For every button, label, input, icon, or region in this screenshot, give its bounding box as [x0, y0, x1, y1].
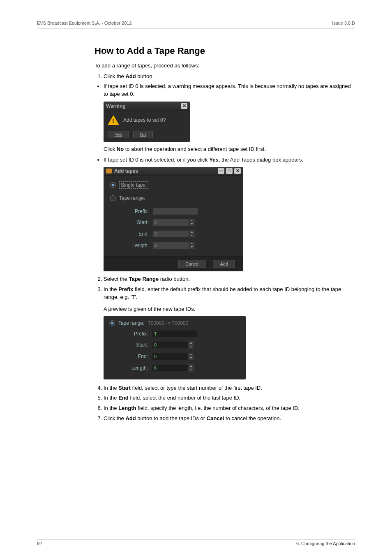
preview-radio[interactable] [109, 320, 115, 326]
preview-length-spinner[interactable]: ▲▼ [188, 364, 194, 372]
header-left: EVS Broadcast Equipment S.A. - October 2… [37, 21, 132, 25]
step5-a: In the [104, 395, 118, 401]
preview-start-field[interactable]: 0 [152, 341, 188, 349]
step-2: Select the Tape Range radio button. [104, 275, 355, 283]
preview-start-label: Start: [109, 342, 152, 348]
end-spinner[interactable]: ▲▼ [189, 230, 195, 238]
length-label: Length: [110, 243, 153, 248]
bullet-2: If tape set ID 0 is not selected, or if … [104, 156, 355, 164]
bullet2-a: If tape set ID 0 is not selected, or if … [104, 157, 209, 163]
prefix-label: Prefix: [110, 208, 153, 214]
length-spinner[interactable]: ▲▼ [189, 241, 195, 250]
start-spinner[interactable]: ▲▼ [189, 218, 195, 227]
bullet-1: If tape set ID 0 is selected, a warning … [104, 83, 355, 98]
step-4: In the Start field, select or type the s… [104, 384, 355, 392]
start-label: Start: [110, 220, 153, 225]
tape-range-radio[interactable] [110, 195, 116, 201]
step3-b: Prefix [118, 286, 133, 292]
header-right: Issue 3.0.D [332, 21, 355, 25]
step6-c: field, specify the length, i.e. the numb… [136, 405, 299, 411]
after-warn-b: No [117, 146, 124, 152]
bullet2-c: , the Add Tapes dialog box appears. [219, 157, 303, 163]
step-1: Click the Add button. [104, 73, 355, 81]
step1-text-a: Click the [104, 73, 125, 79]
step6-a: In the [104, 405, 118, 411]
after-warn-a: Click [104, 146, 117, 152]
step7-a: Click the [104, 415, 125, 421]
preview-panel: Tape range: T00000 -> T00000 Prefix: T S… [104, 316, 246, 379]
intro-text: To add a range of tapes, proceed as foll… [95, 62, 355, 69]
add-tapes-title: Add tapes [114, 168, 138, 174]
start-field[interactable]: 0 [153, 219, 189, 226]
add-button[interactable]: Add [213, 260, 235, 268]
end-field[interactable]: 0 [153, 230, 189, 238]
preview-prefix-label: Prefix: [109, 331, 152, 337]
tape-range-label: Tape range: [119, 195, 145, 201]
step4-a: In the [104, 385, 118, 391]
step7-d: Cancel [207, 415, 224, 421]
preview-end-label: End: [109, 354, 152, 359]
prefix-field[interactable] [153, 208, 198, 215]
close-icon[interactable]: ✕ [234, 168, 241, 174]
step2-b: Tape Range [129, 276, 159, 282]
cancel-button[interactable]: Cancel [178, 260, 206, 268]
warning-title: Warning [106, 103, 126, 109]
step4-b: Start [118, 385, 131, 391]
single-tape-radio[interactable] [110, 182, 116, 188]
step2-c: radio button. [159, 276, 190, 282]
no-button[interactable]: No [133, 131, 153, 138]
step7-b: Add [125, 415, 136, 421]
step-5: In the End field, select the end number … [104, 394, 355, 402]
preview-range-label: Tape range: [118, 320, 144, 326]
dialog-icon [106, 169, 112, 173]
step1-text-c: button. [136, 73, 154, 79]
warning-icon [108, 115, 119, 125]
single-tape-label: Single tape: [119, 181, 148, 189]
step-6: In the Length field, specify the length,… [104, 405, 355, 412]
yes-button[interactable]: Yes [108, 131, 129, 138]
step7-e: to cancel the operation. [224, 415, 281, 421]
add-tapes-dialog: Add tapes — □ ✕ Single tape: Tape range: [104, 167, 243, 271]
step3-a: In the [104, 286, 118, 292]
page-header: EVS Broadcast Equipment S.A. - October 2… [37, 21, 355, 28]
maximize-icon[interactable]: □ [226, 168, 233, 174]
after-warn-text: Click No to abort the operation and sele… [104, 146, 355, 153]
preview-range-value: T00000 -> T00000 [148, 320, 188, 326]
preview-start-spinner[interactable]: ▲▼ [188, 341, 194, 349]
section-heading: How to Add a Tape Range [95, 46, 355, 56]
bullet2-b: Yes [209, 157, 218, 163]
step6-b: Length [118, 405, 136, 411]
step5-c: field, select the end number of the last… [129, 395, 240, 401]
step4-c: field, select or type the start number o… [131, 385, 262, 391]
step7-c: button to add the tape IDs or [136, 415, 207, 421]
warning-dialog: Warning ✕ Add tapes to set 0? Yes No [104, 102, 190, 142]
preview-end-spinner[interactable]: ▲▼ [188, 352, 194, 361]
preview-prefix-field[interactable]: T [152, 330, 197, 338]
step-7: Click the Add button to add the tape IDs… [104, 415, 355, 423]
after-warn-c: to abort the operation and select a diff… [124, 146, 266, 152]
preview-end-field[interactable]: 0 [152, 353, 188, 360]
length-field[interactable]: 6 [153, 242, 189, 249]
step1-bold: Add [125, 73, 136, 79]
step3-c: field, enter the default prefix that sho… [104, 286, 341, 300]
step5-b: End [118, 395, 129, 401]
warning-message: Add tapes to set 0? [123, 117, 166, 123]
page-footer: 92 6. Configuring the Application [37, 539, 355, 546]
end-label: End: [110, 231, 153, 237]
step2-a: Select the [104, 276, 129, 282]
preview-length-label: Length: [109, 365, 152, 371]
step3-note: A preview is given of the new tape IDs. [104, 305, 355, 313]
minimize-icon[interactable]: — [218, 168, 224, 174]
footer-section: 6. Configuring the Application [296, 541, 355, 546]
close-icon[interactable]: ✕ [181, 103, 187, 109]
page-number: 92 [37, 541, 42, 546]
step-3: In the Prefix field, enter the default p… [104, 286, 355, 312]
preview-length-field[interactable]: 6 [152, 364, 188, 372]
